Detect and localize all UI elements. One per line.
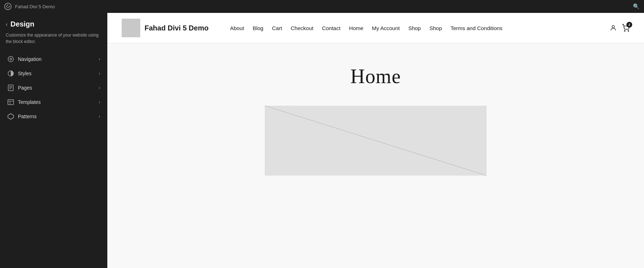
navigation-icon <box>7 56 14 63</box>
sidebar-description: Customize the appearance of your website… <box>0 30 107 52</box>
hero-image-placeholder <box>265 106 487 176</box>
sidebar-item-navigation-label: Navigation <box>18 56 95 62</box>
svg-point-0 <box>8 57 14 62</box>
nav-link-cart[interactable]: Cart <box>272 25 282 31</box>
page-content: Home <box>107 43 644 268</box>
sidebar-item-styles[interactable]: Styles › <box>1 66 106 81</box>
nav-link-my-account[interactable]: My Account <box>372 25 400 31</box>
chevron-right-icon-patterns: › <box>99 114 100 119</box>
site-name: Fahad Divi 5 Demo <box>145 24 209 32</box>
pages-icon <box>7 84 14 91</box>
back-button[interactable]: ‹ <box>6 21 8 28</box>
templates-icon <box>7 99 14 106</box>
nav-link-about[interactable]: About <box>230 25 244 31</box>
svg-rect-7 <box>8 100 14 105</box>
admin-bar-title: Fahad Divi 5 Demo <box>15 4 55 9</box>
nav-icons: 2 <box>610 24 630 32</box>
chevron-right-icon-pages: › <box>99 85 100 90</box>
site-logo <box>122 19 140 37</box>
sidebar-item-templates-label: Templates <box>18 99 95 105</box>
sidebar: ‹ Design Customize the appearance of you… <box>0 13 107 268</box>
cart-icon-button[interactable]: 2 <box>622 24 630 32</box>
nav-link-checkout[interactable]: Checkout <box>291 25 313 31</box>
patterns-icon <box>7 113 14 120</box>
site-logo-wrap: Fahad Divi 5 Demo <box>122 19 209 37</box>
styles-icon <box>7 70 14 77</box>
sidebar-item-patterns[interactable]: Patterns › <box>1 109 106 124</box>
preview-area: Fahad Divi 5 Demo About Blog Cart Checko… <box>107 13 644 268</box>
chevron-right-icon-templates: › <box>99 100 100 105</box>
sidebar-item-pages[interactable]: Pages › <box>1 81 106 95</box>
svg-point-12 <box>624 30 625 31</box>
svg-point-13 <box>628 30 629 31</box>
nav-link-shop2[interactable]: Shop <box>429 25 442 31</box>
svg-point-11 <box>612 25 615 28</box>
nav-link-shop1[interactable]: Shop <box>408 25 421 31</box>
nav-link-contact[interactable]: Contact <box>322 25 341 31</box>
chevron-right-icon-styles: › <box>99 71 100 76</box>
cart-count-badge: 2 <box>626 22 632 28</box>
admin-bar: Fahad Divi 5 Demo 🔍 <box>0 0 644 13</box>
wp-logo-icon <box>4 3 11 10</box>
search-icon[interactable]: 🔍 <box>633 3 640 10</box>
sidebar-header: ‹ Design <box>0 13 107 30</box>
account-icon-button[interactable] <box>610 24 617 32</box>
nav-link-terms[interactable]: Terms and Conditions <box>450 25 502 31</box>
sidebar-item-patterns-label: Patterns <box>18 114 95 119</box>
sidebar-title: Design <box>10 20 34 28</box>
nav-link-blog[interactable]: Blog <box>253 25 263 31</box>
nav-link-home[interactable]: Home <box>349 25 364 31</box>
sidebar-item-styles-label: Styles <box>18 71 95 76</box>
site-nav: About Blog Cart Checkout Contact Home My… <box>230 25 610 31</box>
sidebar-item-templates[interactable]: Templates › <box>1 95 106 109</box>
svg-point-1 <box>10 58 12 60</box>
main-layout: ‹ Design Customize the appearance of you… <box>0 13 644 268</box>
sidebar-item-navigation[interactable]: Navigation › <box>1 52 106 66</box>
svg-marker-10 <box>8 114 14 119</box>
page-title: Home <box>350 65 401 88</box>
site-header: Fahad Divi 5 Demo About Blog Cart Checko… <box>107 13 644 43</box>
sidebar-item-pages-label: Pages <box>18 85 95 91</box>
chevron-right-icon: › <box>99 57 100 62</box>
